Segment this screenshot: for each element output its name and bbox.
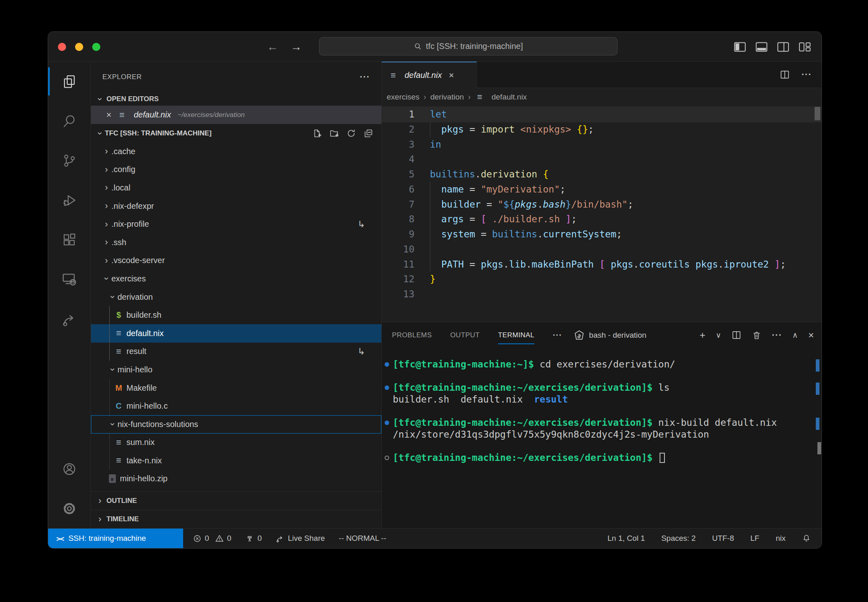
code-line-2[interactable]: 2 pkgs = import <nixpkgs> {}; <box>382 122 822 137</box>
code-line-9[interactable]: 9 system = builtins.currentSystem; <box>382 227 822 242</box>
tree-item--nix-defexpr[interactable]: ›.nix-defexpr <box>91 197 381 215</box>
tree-item-builder-sh[interactable]: $builder.sh <box>91 306 381 324</box>
refresh-icon[interactable] <box>346 128 356 138</box>
activity-live-share-button[interactable] <box>48 299 91 339</box>
split-terminal-icon[interactable] <box>731 330 742 340</box>
code-line-11[interactable]: 11 PATH = pkgs.lib.makeBinPath [ pkgs.co… <box>382 257 822 272</box>
activity-search-button[interactable] <box>48 101 91 141</box>
settings-button[interactable] <box>48 489 91 528</box>
forward-icon[interactable]: → <box>290 40 302 53</box>
live-share-status[interactable]: Live Share <box>276 534 325 543</box>
new-file-icon[interactable] <box>312 128 322 138</box>
tree-item-default-nix[interactable]: ≡default.nix <box>91 324 381 343</box>
open-editors-section-header[interactable]: › OPEN EDITORS <box>91 92 381 106</box>
code-line-text: PATH = pkgs.lib.makeBinPath [ pkgs.coreu… <box>427 257 786 272</box>
activity-remote-explorer-button[interactable] <box>48 259 91 299</box>
code-line-10[interactable]: 10 <box>382 242 822 257</box>
toggle-panel-icon[interactable] <box>755 42 768 52</box>
terminal[interactable]: [tfc@training-machine:~]$ cd exercises/d… <box>382 348 822 528</box>
code-line-4[interactable]: 4 <box>382 152 822 167</box>
command-executed-icon <box>385 385 389 390</box>
close-panel-icon[interactable]: × <box>808 330 814 340</box>
tree-item--nix-profile[interactable]: ›.nix-profile↳ <box>91 215 381 233</box>
code-line-6[interactable]: 6 name = "myDerivation"; <box>382 182 822 197</box>
close-window-button[interactable] <box>58 43 66 51</box>
command-center[interactable]: tfc [SSH: training-machine] <box>319 37 618 55</box>
code-line-12[interactable]: 12} <box>382 272 822 287</box>
close-editor-icon[interactable]: × <box>103 110 115 120</box>
explorer-more-actions-icon[interactable]: ··· <box>360 72 370 82</box>
terminal-dropdown-icon[interactable]: ∨ <box>716 332 722 339</box>
panel-tab-terminal[interactable]: TERMINAL <box>498 322 534 348</box>
tree-item-mini-hello-c[interactable]: Cmini-hello.c <box>91 397 381 415</box>
breadcrumbs[interactable]: exercises›derivation›≡default.nix <box>382 88 822 106</box>
toggle-primary-sidebar-icon[interactable] <box>734 42 746 52</box>
panel-tab-output[interactable]: OUTPUT <box>450 322 480 348</box>
tree-item-makefile[interactable]: MMakefile <box>91 379 381 397</box>
collapse-folders-icon[interactable] <box>363 128 373 138</box>
zoom-window-button[interactable] <box>92 43 100 51</box>
activity-extensions-button[interactable] <box>48 220 91 259</box>
tree-item--vscode-server[interactable]: ›.vscode-server <box>91 252 381 270</box>
tree-item--cache[interactable]: ›.cache <box>91 142 381 161</box>
code-line-5[interactable]: 5builtins.derivation { <box>382 167 822 182</box>
new-folder-icon[interactable] <box>329 128 339 138</box>
tree-item-exercises[interactable]: ›exercises <box>91 270 381 288</box>
tab-default-nix[interactable]: ≡ default.nix × <box>382 62 477 88</box>
panel-tab-problems[interactable]: PROBLEMS <box>392 322 432 348</box>
tree-item-sum-nix[interactable]: ≡sum.nix <box>91 434 381 452</box>
notifications-bell-icon[interactable] <box>802 534 811 543</box>
tree-item--local[interactable]: ›.local <box>91 179 381 197</box>
code-line-1[interactable]: 1let <box>382 107 822 122</box>
kill-terminal-icon[interactable] <box>752 330 762 340</box>
eol-status[interactable]: LF <box>751 534 760 543</box>
timeline-section-header[interactable]: › TIMELINE <box>91 510 381 528</box>
terminal-instance-label[interactable]: bash - derivation <box>589 331 646 340</box>
panel-more-actions-icon[interactable]: ··· <box>772 330 782 341</box>
breadcrumb-item[interactable]: exercises <box>387 93 419 102</box>
code-line-3[interactable]: 3in <box>382 137 822 152</box>
tree-item-mini-hello[interactable]: ›mini-hello <box>91 361 381 379</box>
tree-item-result[interactable]: ≡result↳ <box>91 343 381 361</box>
new-terminal-icon[interactable]: + <box>700 330 705 340</box>
vim-mode-indicator[interactable]: -- NORMAL -- <box>339 534 386 543</box>
code-line-13[interactable]: 13 <box>382 287 822 302</box>
indentation-status[interactable]: Spaces: 2 <box>661 534 696 543</box>
minimize-window-button[interactable] <box>75 43 83 51</box>
tree-item--ssh[interactable]: ›.ssh <box>91 233 381 252</box>
code-line-7[interactable]: 7 builder = "${pkgs.bash}/bin/bash"; <box>382 197 822 212</box>
encoding-status[interactable]: UTF-8 <box>712 534 734 543</box>
close-tab-icon[interactable]: × <box>449 70 454 81</box>
open-editor-item-default-nix[interactable]: × ≡ default.nix ~/exercises/derivation <box>91 106 381 124</box>
back-icon[interactable]: ← <box>267 40 278 53</box>
cursor-position-status[interactable]: Ln 1, Col 1 <box>607 534 645 543</box>
tree-item-mini-hello-zip[interactable]: mini-hello.zip <box>91 470 381 488</box>
ports-status[interactable]: 0 <box>245 534 262 543</box>
tree-item-take-n-nix[interactable]: ≡take-n.nix <box>91 452 381 470</box>
split-editor-icon[interactable] <box>779 69 790 80</box>
line-number: 9 <box>382 227 427 242</box>
activity-explorer-button[interactable] <box>48 62 91 101</box>
tree-item-derivation[interactable]: ›derivation <box>91 288 381 306</box>
editor-more-actions-icon[interactable]: ··· <box>802 69 812 80</box>
outline-section-header[interactable]: › OUTLINE <box>91 491 381 510</box>
breadcrumb-item[interactable]: derivation <box>430 93 464 102</box>
breadcrumb-item[interactable]: default.nix <box>492 93 527 102</box>
tree-item--config[interactable]: ›.config <box>91 161 381 179</box>
panel-more-tabs-icon[interactable]: ··· <box>553 330 562 340</box>
toggle-secondary-sidebar-icon[interactable] <box>777 42 789 52</box>
accounts-button[interactable] <box>48 449 91 489</box>
remote-indicator[interactable]: >< SSH: training-machine <box>48 529 183 548</box>
language-mode-status[interactable]: nix <box>776 534 786 543</box>
line-number: 8 <box>382 212 427 227</box>
code-editor[interactable]: 1let2 pkgs = import <nixpkgs> {};3in45bu… <box>382 106 822 322</box>
problems-status[interactable]: 0 0 <box>193 534 231 543</box>
maximize-panel-icon[interactable]: ∧ <box>792 331 798 339</box>
workspace-section-header[interactable]: › TFC [SSH: TRAINING-MACHINE] <box>91 124 381 142</box>
activity-run-debug-button[interactable] <box>48 180 91 220</box>
activity-source-control-button[interactable] <box>48 141 91 180</box>
tree-item-nix-functions-solutions[interactable]: ›nix-functions-solutions <box>91 415 381 434</box>
customize-layout-icon[interactable] <box>799 42 811 52</box>
code-line-8[interactable]: 8 args = [ ./builder.sh ]; <box>382 212 822 227</box>
desktop: { "titlebar": { "title": "tfc [SSH: trai… <box>0 0 868 602</box>
